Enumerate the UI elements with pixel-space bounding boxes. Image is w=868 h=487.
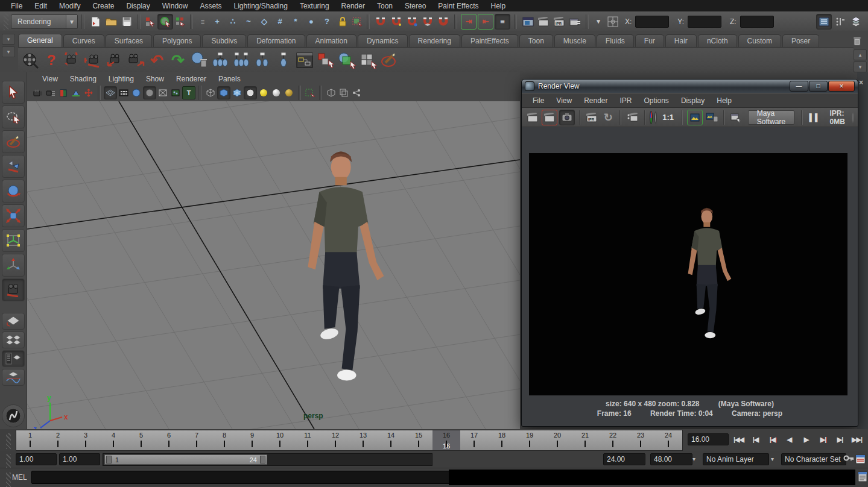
shelf-selection-set-icon[interactable] xyxy=(337,51,356,70)
close-button[interactable]: × xyxy=(828,81,855,92)
shelf-dolly-camera-icon[interactable] xyxy=(105,51,124,70)
range-slider-track[interactable]: 1 24 xyxy=(103,453,432,466)
menu-item[interactable]: Paint Effects xyxy=(432,1,484,11)
timeline-tick[interactable]: 15 xyxy=(405,430,432,450)
render-view-menu-item[interactable]: IPR xyxy=(614,96,638,105)
anim-layer-field[interactable] xyxy=(703,453,769,465)
timeline-tick[interactable]: 22 xyxy=(599,430,627,450)
select-misc-mask-icon[interactable]: ? xyxy=(320,14,334,29)
auto-keyframe-icon[interactable] xyxy=(855,454,866,464)
shelf-tumble-camera-icon[interactable] xyxy=(63,51,82,70)
shelf-redo-icon[interactable]: ↷ xyxy=(168,51,188,70)
shelf-tab[interactable]: Fur xyxy=(635,34,664,47)
timeline-tick[interactable]: 16 xyxy=(432,430,460,450)
step-forward-key-button[interactable]: ▶| xyxy=(816,433,831,446)
timeline-tick[interactable]: 5 xyxy=(127,430,155,450)
play-backwards-button[interactable]: ◀ xyxy=(782,433,797,446)
camera-attributes-icon[interactable] xyxy=(45,87,57,99)
tool-settings-icon[interactable] xyxy=(833,14,847,29)
layout-single-pane-button[interactable] xyxy=(2,313,25,330)
ipr-render-icon[interactable]: IPR xyxy=(552,14,566,29)
gate-mask-icon[interactable] xyxy=(143,86,156,99)
shelf-scroll-up-icon[interactable]: ▴ xyxy=(854,49,867,60)
lighting-default-icon[interactable] xyxy=(270,87,282,99)
menu-item[interactable]: Render xyxy=(335,1,371,11)
render-view-menu-item[interactable]: Render xyxy=(578,96,613,105)
smooth-shade-mode-icon[interactable] xyxy=(217,86,230,99)
shelf-tab[interactable]: General xyxy=(18,34,62,47)
shelf-hypergraph-connections-icon[interactable] xyxy=(274,51,293,70)
range-end-handle[interactable] xyxy=(260,456,265,463)
ipr-render-icon[interactable]: IPR xyxy=(584,110,599,125)
snap-point-icon[interactable] xyxy=(405,14,419,29)
playback-end-input[interactable] xyxy=(603,453,645,465)
shelf-tab[interactable]: Curves xyxy=(63,34,104,47)
shelf-tab[interactable]: Toon xyxy=(519,34,553,47)
panel-menu-item[interactable]: Show xyxy=(141,75,169,83)
refresh-ipr-icon[interactable]: ↻ xyxy=(601,110,615,125)
panel-menu-item[interactable]: View xyxy=(37,75,63,83)
film-gate-icon[interactable] xyxy=(118,87,130,99)
timeline-tick[interactable]: 6 xyxy=(155,430,183,450)
playback-start-input[interactable] xyxy=(59,453,100,465)
menu-item[interactable]: Texturing xyxy=(294,1,335,11)
remove-image-icon[interactable] xyxy=(705,110,719,125)
object-mode-icon[interactable] xyxy=(606,14,620,29)
pause-ipr-icon[interactable]: ▌▌ xyxy=(807,113,823,122)
character-set-dropdown-icon[interactable]: ▾ xyxy=(771,456,774,462)
render-region-icon[interactable] xyxy=(626,110,640,125)
snapshot-icon[interactable] xyxy=(559,110,575,125)
snap-curve-icon[interactable] xyxy=(389,14,404,29)
timeline-tick[interactable]: 13 xyxy=(349,430,377,450)
shelf-delete-unused-icon[interactable] xyxy=(189,51,209,70)
layout-outliner-pane-button[interactable] xyxy=(2,350,25,367)
render-view-menu-item[interactable]: Help xyxy=(711,96,738,105)
select-hierarchy-icon[interactable] xyxy=(144,16,156,28)
timeline-tick[interactable]: 17 xyxy=(460,430,488,450)
shelf-tab[interactable]: Poser xyxy=(782,34,819,47)
timeline-tick[interactable]: 14 xyxy=(377,430,405,450)
shelf-tab[interactable]: Dynamics xyxy=(358,34,408,47)
x-coordinate-input[interactable] xyxy=(635,16,669,28)
timeline-tick[interactable]: 7 xyxy=(183,430,211,450)
alpha-channel-icon[interactable] xyxy=(654,112,657,124)
keep-image-icon[interactable] xyxy=(687,110,703,125)
trash-icon[interactable] xyxy=(850,34,864,48)
last-tool-used[interactable] xyxy=(2,278,25,301)
go-to-start-button[interactable]: |◀◀ xyxy=(731,433,746,446)
xray-mode-icon[interactable] xyxy=(325,87,337,99)
rgb-channels-icon[interactable] xyxy=(650,111,653,124)
render-view-menu-item[interactable]: View xyxy=(550,96,578,105)
step-back-key-button[interactable]: |◀ xyxy=(765,433,780,446)
camera-select-icon[interactable] xyxy=(32,87,44,99)
select-object-icon[interactable] xyxy=(157,14,173,30)
minimize-button[interactable]: — xyxy=(790,81,808,92)
menu-item[interactable]: Display xyxy=(120,1,156,11)
animation-start-input[interactable] xyxy=(16,453,57,465)
shelf-tab[interactable]: Custom xyxy=(738,34,781,47)
shelf-hypergraph-input-icon[interactable] xyxy=(232,51,251,70)
set-key-icon[interactable] xyxy=(843,454,854,462)
use-default-material-icon[interactable] xyxy=(244,86,257,99)
snap-grid-icon[interactable] xyxy=(373,14,388,29)
rotate-tool[interactable] xyxy=(2,180,25,203)
current-time-input[interactable] xyxy=(688,433,729,445)
shelf-tab[interactable]: Hair xyxy=(665,34,697,47)
menu-item[interactable]: Create xyxy=(86,1,120,11)
timeline-tick[interactable]: 12 xyxy=(322,430,349,450)
shelf-tab[interactable]: Polygons xyxy=(153,34,201,47)
layout-graph-pane-button[interactable] xyxy=(2,369,25,386)
attribute-editor-icon[interactable] xyxy=(816,14,832,30)
xray-joints-icon[interactable] xyxy=(338,87,350,99)
lasso-tool[interactable] xyxy=(2,105,25,128)
timeline-tick[interactable]: 18 xyxy=(488,430,516,450)
select-all-mask-icon[interactable]: + xyxy=(210,14,224,29)
lighting-all-icon[interactable] xyxy=(258,87,270,99)
step-forward-frame-button[interactable]: ▶| xyxy=(832,433,847,446)
select-curves-mask-icon[interactable]: ~ xyxy=(241,14,256,29)
range-start-handle[interactable] xyxy=(106,456,112,463)
select-rendering-mask-icon[interactable]: ● xyxy=(304,14,318,29)
render-view-menu-item[interactable]: Display xyxy=(675,96,711,105)
shelf-tab[interactable]: Rendering xyxy=(409,34,460,47)
layout-four-pane-button[interactable] xyxy=(2,331,25,348)
